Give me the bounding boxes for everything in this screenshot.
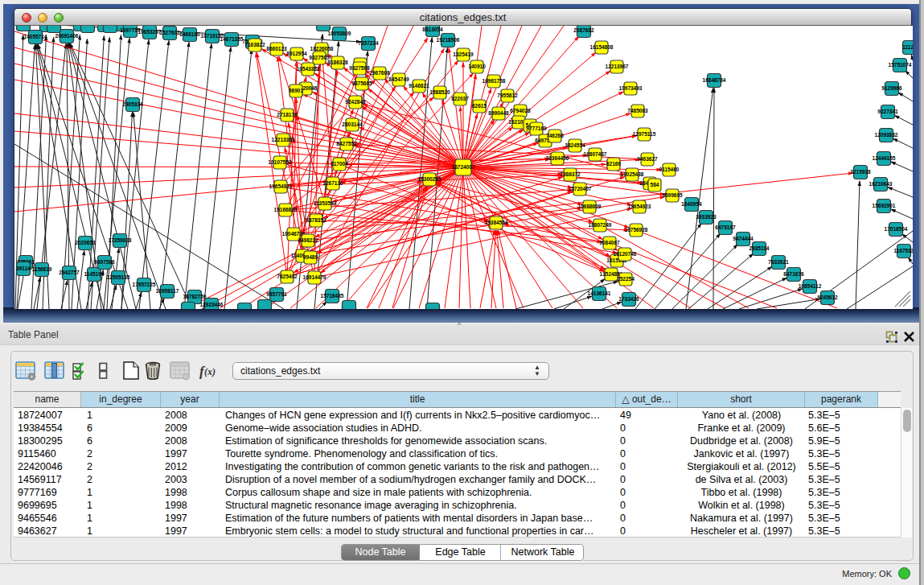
svg-text:10688609: 10688609 xyxy=(578,204,602,209)
svg-text:39114: 39114 xyxy=(16,266,31,271)
svg-text:3498222: 3498222 xyxy=(298,237,318,243)
svg-text:252254: 252254 xyxy=(617,276,634,282)
svg-text:10053809: 10053809 xyxy=(328,31,351,36)
svg-text:17016504: 17016504 xyxy=(885,226,908,232)
svg-text:9129966: 9129966 xyxy=(881,85,902,91)
svg-text:16782759: 16782759 xyxy=(183,294,207,299)
svg-text:746266: 746266 xyxy=(546,133,564,138)
svg-text:8471676: 8471676 xyxy=(783,271,804,277)
svg-text:1733426: 1733426 xyxy=(618,296,639,302)
svg-text:11121: 11121 xyxy=(902,44,913,50)
svg-text:16848784: 16848784 xyxy=(703,77,726,83)
svg-text:9245612: 9245612 xyxy=(817,295,838,300)
svg-text:2967608: 2967608 xyxy=(369,70,390,76)
svg-text:19654921: 19654921 xyxy=(269,183,293,189)
svg-text:10961758: 10961758 xyxy=(483,78,506,84)
svg-text:62160: 62160 xyxy=(606,161,621,167)
svg-text:18724007: 18724007 xyxy=(452,164,475,170)
svg-text:9474444: 9474444 xyxy=(733,236,754,241)
svg-text:10756928: 10756928 xyxy=(625,227,648,233)
svg-text:9699695: 9699695 xyxy=(662,192,683,198)
svg-text:15716485: 15716485 xyxy=(321,293,344,299)
svg-text:98901: 98901 xyxy=(289,88,303,93)
svg-text:8912954: 8912954 xyxy=(286,51,307,56)
svg-text:17359928: 17359928 xyxy=(109,237,132,243)
svg-text:822037: 822037 xyxy=(451,96,469,101)
svg-text:14671355: 14671355 xyxy=(220,36,244,42)
svg-text:6479197: 6479197 xyxy=(715,225,736,230)
svg-text:1156819: 1156819 xyxy=(32,266,52,272)
svg-text:1145194: 1145194 xyxy=(84,271,105,277)
svg-text:12093832: 12093832 xyxy=(875,132,898,138)
svg-text:19384554: 19384554 xyxy=(485,220,508,225)
svg-text:2803144: 2803144 xyxy=(342,122,363,127)
svg-text:(x): (x) xyxy=(204,366,216,377)
svg-text:584: 584 xyxy=(651,182,659,187)
svg-text:9227341: 9227341 xyxy=(877,109,898,114)
svg-text:18807249: 18807249 xyxy=(589,222,612,228)
svg-text:12975115: 12975115 xyxy=(633,131,656,137)
svg-text:16154808: 16154808 xyxy=(590,44,614,50)
svg-text:10653267: 10653267 xyxy=(138,29,162,35)
svg-text:12213967: 12213967 xyxy=(606,64,629,69)
svg-text:1640954: 1640954 xyxy=(681,201,702,207)
svg-text:1167533: 1167533 xyxy=(894,248,913,253)
svg-text:6466160: 6466160 xyxy=(179,31,200,37)
svg-text:8186328: 8186328 xyxy=(327,60,348,65)
svg-text:7955812: 7955812 xyxy=(497,93,518,98)
svg-text:7163822: 7163822 xyxy=(244,42,265,47)
svg-text:18300295: 18300295 xyxy=(418,176,441,182)
svg-text:10958117: 10958117 xyxy=(156,288,179,294)
svg-text:2020653: 2020653 xyxy=(75,240,96,245)
svg-text:9327508: 9327508 xyxy=(349,65,370,71)
svg-text:10654112: 10654112 xyxy=(799,283,822,289)
svg-text:8660123: 8660123 xyxy=(266,46,287,51)
svg-text:16210643: 16210643 xyxy=(869,181,893,187)
svg-text:1325419: 1325419 xyxy=(453,51,474,57)
svg-text:9463627: 9463627 xyxy=(637,156,658,162)
svg-text:14136141: 14136141 xyxy=(588,290,611,296)
svg-text:7386372: 7386372 xyxy=(560,171,581,177)
svg-text:9875685: 9875685 xyxy=(351,80,372,86)
svg-text:8990448: 8990448 xyxy=(488,110,509,116)
svg-text:8427552: 8427552 xyxy=(336,141,357,146)
svg-text:2942757: 2942757 xyxy=(59,270,80,275)
svg-text:7485063: 7485063 xyxy=(627,108,648,113)
svg-text:10973493: 10973493 xyxy=(619,85,643,91)
svg-text:20364456: 20364456 xyxy=(546,155,569,161)
svg-text:19654923: 19654923 xyxy=(628,204,651,209)
svg-text:3267130: 3267130 xyxy=(322,180,343,186)
svg-text:9115460: 9115460 xyxy=(659,167,680,172)
svg-text:12213389: 12213389 xyxy=(272,137,295,142)
svg-text:1588520: 1588520 xyxy=(429,89,450,95)
svg-text:16120746: 16120746 xyxy=(614,251,637,257)
svg-text:62615: 62615 xyxy=(472,103,487,109)
svg-text:1527602: 1527602 xyxy=(159,30,180,35)
svg-text:2935114: 2935114 xyxy=(749,245,770,251)
svg-text:15720407: 15720407 xyxy=(569,186,592,192)
svg-text:18226058: 18226058 xyxy=(310,46,334,51)
svg-text:8878352: 8878352 xyxy=(306,217,326,223)
svg-text:12923446: 12923446 xyxy=(200,302,224,307)
svg-text:15692901: 15692901 xyxy=(873,203,896,208)
svg-text:12444155: 12444155 xyxy=(873,155,896,161)
svg-text:3215938: 3215938 xyxy=(850,169,871,175)
svg-text:9242848: 9242848 xyxy=(345,99,366,105)
svg-text:7357224: 7357224 xyxy=(358,40,379,46)
svg-text:140910: 140910 xyxy=(468,64,486,69)
svg-text:19218506: 19218506 xyxy=(437,37,460,43)
svg-text:10107553: 10107553 xyxy=(269,159,292,165)
svg-text:2087682: 2087682 xyxy=(573,27,594,33)
svg-text:2718176: 2718176 xyxy=(277,112,298,117)
svg-text:15751074: 15751074 xyxy=(889,62,912,68)
svg-text:6794028: 6794028 xyxy=(510,108,531,113)
svg-text:16914479: 16914479 xyxy=(303,274,326,280)
svg-text:3933923: 3933923 xyxy=(696,214,717,220)
svg-text:817004: 817004 xyxy=(331,161,348,167)
svg-text:14055714: 14055714 xyxy=(24,34,47,39)
svg-text:20691406: 20691406 xyxy=(55,33,79,39)
svg-text:10025438: 10025438 xyxy=(621,171,644,177)
svg-text:7632621: 7632621 xyxy=(768,259,789,265)
svg-text:2905334: 2905334 xyxy=(122,101,143,107)
svg-text:9857791: 9857791 xyxy=(266,291,287,297)
